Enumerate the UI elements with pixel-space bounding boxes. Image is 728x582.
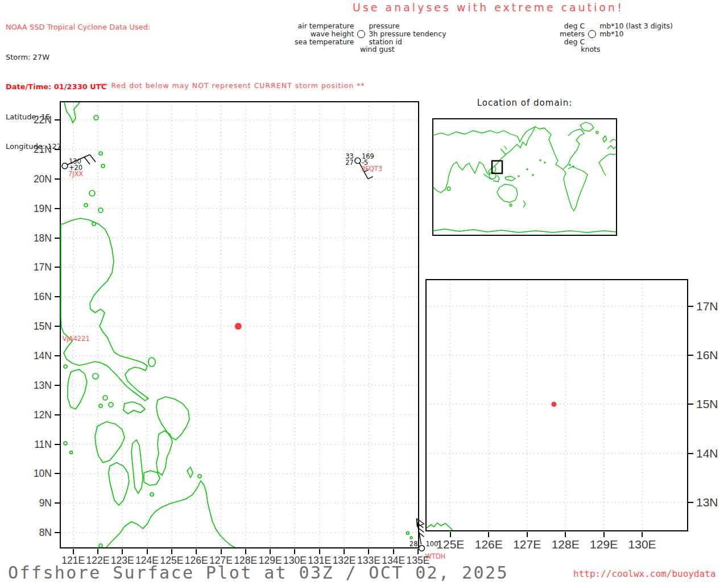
lat-tick xyxy=(55,502,60,504)
lat-tick-label: 22N xyxy=(26,114,52,126)
lon-tick xyxy=(368,549,369,554)
lat-tick xyxy=(55,444,60,445)
lat-tick-label: 19N xyxy=(26,203,52,215)
coast-cebu xyxy=(131,440,143,493)
lat-tick-label: 14N xyxy=(696,447,728,460)
lon-tick xyxy=(417,549,419,554)
main-map-canvas: 130+207JXX3316927-53FQT328100WTDHVJA4221 xyxy=(61,102,418,547)
unit-knots: knots xyxy=(560,45,673,53)
lat-tick-label: 18N xyxy=(26,232,52,244)
lat-tick-label: 17N xyxy=(26,261,52,273)
zoom-map: 125E126E127E128E129E130E17N16N15N14N13N xyxy=(425,279,688,531)
storm-position-dot xyxy=(235,323,242,330)
zoom-map-canvas xyxy=(427,280,687,530)
legend-pressure-tendency: 3h pressure tendency xyxy=(369,30,446,38)
lat-tick xyxy=(55,473,60,474)
lat-tick-label: 9N xyxy=(26,497,52,509)
svg-text:VJA4221: VJA4221 xyxy=(63,335,90,343)
storm-id-line: Storm: 27W xyxy=(6,52,150,63)
source-url-link[interactable]: http://coolwx.com/buoydata xyxy=(573,568,715,579)
coast-masbate xyxy=(123,402,145,414)
lat-tick xyxy=(55,414,60,415)
station-circle-icon xyxy=(588,30,596,38)
lat-tick xyxy=(55,208,60,209)
station-plot-3FQT3: 3316927-53FQT3 xyxy=(345,152,382,179)
lat-tick xyxy=(688,355,693,356)
lon-tick xyxy=(603,532,605,537)
lon-tick xyxy=(196,549,197,554)
legend-wind-gust: wind gust xyxy=(295,45,446,53)
coast-mindanao xyxy=(106,481,235,547)
lat-tick xyxy=(55,149,60,150)
lon-tick xyxy=(294,549,295,554)
caution-banner: Use analyses with extreme caution! xyxy=(353,1,624,14)
station-model-legend: air temperature pressure wave height 3h … xyxy=(295,22,446,53)
legend-station-id: station id xyxy=(369,38,446,46)
svg-text:7JXX: 7JXX xyxy=(68,170,84,178)
lon-tick xyxy=(122,549,123,554)
coast-mindoro xyxy=(68,369,87,409)
coast-bohol xyxy=(144,471,160,485)
world-inset-map xyxy=(432,118,617,236)
coast-luzon xyxy=(61,218,148,401)
lon-tick xyxy=(344,549,345,554)
lat-tick xyxy=(55,267,60,268)
coast-negros xyxy=(109,463,129,505)
lat-tick xyxy=(55,326,60,327)
lon-tick-label: 125E xyxy=(432,538,469,551)
lat-tick-label: 20N xyxy=(26,173,52,185)
coast-taiwan xyxy=(64,102,80,123)
lat-tick-label: 13N xyxy=(26,380,52,392)
lon-tick xyxy=(147,549,148,554)
lat-tick-label: 11N xyxy=(26,439,52,451)
lon-tick xyxy=(97,549,98,554)
lat-tick xyxy=(55,532,60,533)
coast-samar xyxy=(156,397,189,440)
storm-position-dot xyxy=(551,402,556,407)
main-map-overlay: 130+207JXX3316927-53FQT328100WTDHVJA4221 xyxy=(62,152,445,560)
lat-tick xyxy=(688,502,693,503)
zoom-map-gridlines xyxy=(427,280,687,530)
lon-tick xyxy=(450,532,451,537)
lon-tick xyxy=(270,549,271,554)
lat-tick xyxy=(55,355,60,356)
lat-tick-label: 12N xyxy=(26,409,52,421)
lat-tick-label: 17N xyxy=(696,300,728,313)
lon-tick xyxy=(565,532,566,537)
plot-title: Offshore Surface Plot at 03Z / OCT 02, 2… xyxy=(8,563,508,582)
lat-tick-label: 16N xyxy=(696,348,728,362)
station-plot-7JXX: 130+207JXX xyxy=(62,155,96,178)
page: NOAA SSD Tropical Cyclone Data Used: Sto… xyxy=(0,0,728,582)
station-circle-icon xyxy=(357,30,365,38)
main-map: 130+207JXX3316927-53FQT328100WTDHVJA4221… xyxy=(60,101,419,548)
legend-pressure: pressure xyxy=(369,22,446,30)
legend-wave-height: wave height xyxy=(295,30,354,38)
lat-tick xyxy=(55,178,60,180)
lon-tick xyxy=(393,549,394,554)
unit-deg-c-air: deg C xyxy=(560,22,585,30)
lat-tick xyxy=(688,404,693,405)
lat-tick xyxy=(688,453,693,454)
svg-text:28: 28 xyxy=(410,540,418,548)
unit-tendency: mb*10 xyxy=(599,30,673,38)
lon-tick xyxy=(488,532,489,537)
lat-tick-label: 15N xyxy=(26,321,52,332)
svg-text:3FQT3: 3FQT3 xyxy=(361,165,382,173)
lat-tick-label: 8N xyxy=(26,527,52,539)
inset-title: Location of domain: xyxy=(432,98,617,108)
lon-tick-label: 129E xyxy=(586,538,622,551)
lon-tick-label: 126E xyxy=(470,538,507,551)
lon-tick xyxy=(319,549,320,554)
lon-tick-label: 130E xyxy=(624,538,660,551)
data-source-line: NOAA SSD Tropical Cyclone Data Used: xyxy=(6,22,150,32)
lat-tick xyxy=(55,238,60,239)
lon-tick-label: 128E xyxy=(547,538,584,551)
legend-air-temperature: air temperature xyxy=(295,22,354,30)
lat-tick-label: 15N xyxy=(696,397,728,411)
lon-tick xyxy=(527,532,528,537)
lon-tick xyxy=(171,549,172,554)
lon-tick xyxy=(73,549,74,554)
lon-tick xyxy=(221,549,222,554)
lon-tick xyxy=(642,532,643,537)
station-plot-VJA4221: VJA4221 xyxy=(63,335,90,343)
